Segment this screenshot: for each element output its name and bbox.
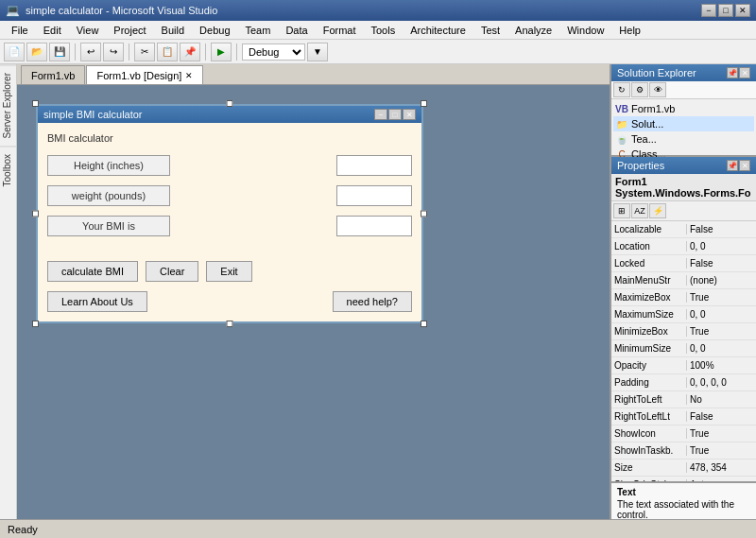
menu-tools[interactable]: Tools	[364, 23, 404, 38]
prop-row[interactable]: MinimizeBoxTrue	[611, 323, 756, 340]
se-solution-label: Solut...	[631, 118, 663, 130]
resize-handle-top-center[interactable]	[227, 100, 233, 107]
resize-handle-top-left[interactable]	[32, 100, 39, 107]
menu-architecture[interactable]: Architecture	[403, 23, 473, 38]
resize-handle-top-right[interactable]	[421, 100, 427, 107]
open-button[interactable]: 📂	[26, 43, 47, 61]
menu-debug[interactable]: Debug	[192, 23, 237, 38]
menu-edit[interactable]: Edit	[36, 23, 69, 38]
prop-row[interactable]: ShowInTaskb.True	[611, 443, 756, 460]
prop-pin-button[interactable]: 📌	[727, 160, 738, 171]
need-help-button[interactable]: need help?	[333, 291, 412, 312]
menu-project[interactable]: Project	[106, 23, 153, 38]
form-minimize-btn[interactable]: −	[374, 109, 387, 120]
se-close-button[interactable]: ✕	[739, 67, 750, 78]
save-button[interactable]: 💾	[49, 43, 70, 61]
se-pin-button[interactable]: 📌	[727, 67, 738, 78]
menu-view[interactable]: View	[69, 23, 107, 38]
prop-row[interactable]: RightToLeftLtFalse	[611, 408, 756, 425]
prop-close-button[interactable]: ✕	[739, 160, 750, 171]
separator-4	[236, 43, 237, 61]
resize-handle-middle-right[interactable]	[421, 211, 427, 217]
resize-handle-middle-left[interactable]	[32, 211, 39, 217]
prop-name-cell: Locked	[611, 258, 687, 269]
resize-handle-bottom-left[interactable]	[32, 321, 39, 327]
weight-textbox[interactable]	[336, 185, 412, 206]
design-area: simple BMI calculator − □ ✕ BMI calculat…	[17, 85, 610, 519]
copy-button[interactable]: 📋	[157, 43, 178, 61]
tab-form1-design[interactable]: Form1.vb [Design] ✕	[86, 65, 203, 84]
menu-test[interactable]: Test	[473, 23, 507, 38]
resize-handle-bottom-center[interactable]	[227, 321, 233, 327]
prop-row[interactable]: ShowIconTrue	[611, 425, 756, 443]
tab-close-icon[interactable]: ✕	[185, 71, 193, 80]
se-properties-button[interactable]: ⚙	[631, 82, 648, 97]
form-window[interactable]: simple BMI calculator − □ ✕ BMI calculat…	[36, 104, 423, 323]
form-close-btn[interactable]: ✕	[403, 109, 416, 120]
minimize-button[interactable]: −	[701, 4, 716, 17]
prop-row[interactable]: LockedFalse	[611, 255, 756, 272]
properties-header: Properties 📌 ✕	[611, 157, 756, 174]
prop-events-button[interactable]: ⚡	[649, 203, 666, 218]
menu-analyze[interactable]: Analyze	[507, 23, 559, 38]
run-button[interactable]: ▶	[211, 43, 232, 61]
prop-row[interactable]: MinimumSize0, 0	[611, 340, 756, 357]
exit-button[interactable]: Exit	[206, 261, 251, 282]
menu-build[interactable]: Build	[154, 23, 192, 38]
menu-data[interactable]: Data	[278, 23, 315, 38]
prop-categorized-button[interactable]: ⊞	[613, 203, 630, 218]
prop-row[interactable]: MaximizeBoxTrue	[611, 289, 756, 306]
bmi-textbox[interactable]	[336, 216, 412, 236]
menu-window[interactable]: Window	[559, 23, 611, 38]
cut-button[interactable]: ✂	[134, 43, 155, 61]
se-show-all-button[interactable]: 👁	[649, 82, 666, 97]
new-project-button[interactable]: 📄	[4, 43, 25, 61]
prop-value-cell: 0, 0, 0, 0	[687, 377, 756, 388]
prop-value-cell: False	[687, 411, 756, 422]
learn-about-us-button[interactable]: Learn About Us	[47, 291, 147, 312]
se-item-solution[interactable]: 📁 Solut...	[613, 116, 754, 131]
undo-button[interactable]: ↩	[80, 43, 101, 61]
redo-button[interactable]: ↪	[103, 43, 124, 61]
toolbox-tab[interactable]: Toolbox	[0, 146, 16, 194]
paste-button[interactable]: 📌	[180, 43, 200, 61]
prop-row[interactable]: Location0, 0	[611, 238, 756, 255]
prop-row[interactable]: MainMenuStr(none)	[611, 272, 756, 289]
se-refresh-button[interactable]: ↻	[613, 82, 630, 97]
menu-help[interactable]: Help	[611, 23, 648, 38]
prop-name-cell: RightToLeft	[611, 394, 687, 405]
solution-platforms-button[interactable]: ▼	[307, 43, 328, 61]
prop-row[interactable]: Padding0, 0, 0, 0	[611, 374, 756, 391]
maximize-button[interactable]: □	[718, 4, 733, 17]
menu-file[interactable]: File	[4, 23, 36, 38]
se-toolbar: ↻ ⚙ 👁	[611, 81, 756, 99]
menu-team[interactable]: Team	[238, 23, 279, 38]
prop-row[interactable]: Size478, 354	[611, 460, 756, 477]
se-item-form1[interactable]: VB Form1.vb	[613, 101, 754, 116]
bmi-row: Your BMI is	[47, 216, 412, 236]
calculate-bmi-button[interactable]: calculate BMI	[47, 261, 138, 282]
clear-button[interactable]: Clear	[146, 261, 198, 282]
prop-alphabetical-button[interactable]: AZ	[631, 203, 648, 218]
debug-config-select[interactable]: Debug Release	[242, 43, 305, 61]
separator-2	[129, 43, 129, 61]
prop-value-cell: No	[687, 394, 756, 405]
properties-panel: Form1 System.Windows.Forms.Fo ⊞ AZ ⚡ Loc…	[611, 174, 756, 519]
prop-row[interactable]: LocalizableFalse	[611, 221, 756, 238]
prop-row[interactable]: Opacity100%	[611, 357, 756, 374]
prop-name-cell: MaximizeBox	[611, 292, 687, 303]
menu-format[interactable]: Format	[316, 23, 364, 38]
tab-form1-vb[interactable]: Form1.vb	[21, 65, 85, 84]
status-text: Ready	[8, 524, 38, 535]
prop-row[interactable]: MaximumSize0, 0	[611, 306, 756, 323]
resize-handle-bottom-right[interactable]	[421, 321, 427, 327]
close-button[interactable]: ✕	[735, 4, 750, 17]
height-textbox[interactable]	[336, 155, 412, 176]
prop-row[interactable]: RightToLeftNo	[611, 391, 756, 408]
form-maximize-btn[interactable]: □	[388, 109, 402, 120]
prop-name-cell: ShowInTaskb.	[611, 445, 687, 456]
separator-3	[205, 43, 206, 61]
prop-value-cell: 0, 0	[687, 343, 756, 354]
se-item-tea[interactable]: 🍵 Tea...	[613, 131, 754, 147]
server-explorer-tab[interactable]: Server Explorer	[0, 64, 16, 146]
